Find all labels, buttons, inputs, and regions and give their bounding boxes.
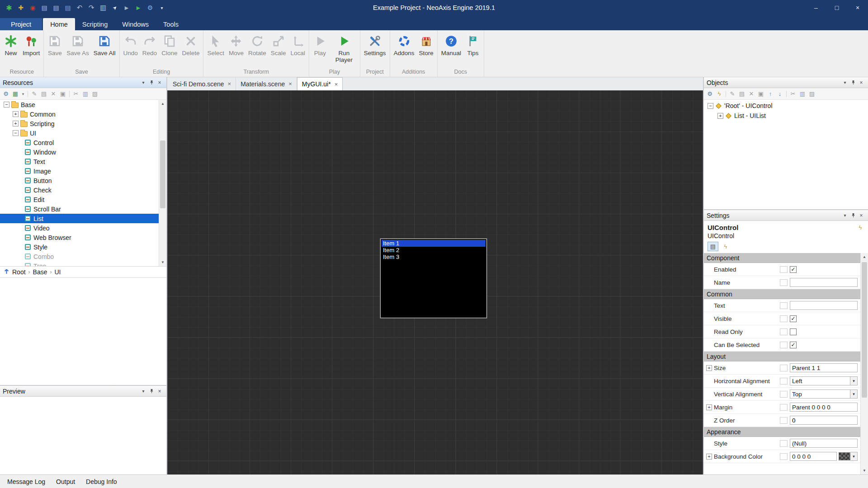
tree-item-scroll-bar[interactable]: Scroll Bar: [0, 204, 159, 214]
checkbox[interactable]: ✓: [790, 315, 797, 322]
tree-item-edit[interactable]: Edit: [0, 195, 159, 204]
property-row-read-only[interactable]: Read Only: [704, 325, 860, 338]
local-button[interactable]: Local: [288, 32, 307, 56]
vertical-alignment-value[interactable]: Top: [792, 391, 802, 398]
save-all-button[interactable]: Save All: [91, 32, 118, 56]
settings-button[interactable]: Settings: [362, 32, 388, 56]
panel-close-button[interactable]: ×: [156, 387, 164, 395]
save-button[interactable]: Save: [45, 32, 64, 56]
default-marker[interactable]: [780, 453, 788, 460]
property-row-style[interactable]: Style (Null): [704, 437, 860, 450]
pin-icon[interactable]: [147, 387, 156, 395]
tree-item-common[interactable]: + Common: [0, 109, 159, 119]
tree-item-scripting[interactable]: + Scripting: [0, 119, 159, 128]
doc-tab-materials[interactable]: Materials.scene ×: [236, 77, 297, 90]
breadcrumb-item[interactable]: Base: [33, 268, 47, 276]
tools-icon[interactable]: ⚙: [145, 2, 156, 13]
doc-tab-scifi-demo[interactable]: Sci-fi Demo.scene ×: [168, 77, 236, 90]
resources-scrollbar[interactable]: ▲ ▼: [159, 100, 166, 266]
tree-item-image[interactable]: Image: [0, 166, 159, 176]
panel-menu-button[interactable]: ▾: [841, 79, 849, 87]
category-component[interactable]: Component: [704, 253, 860, 263]
background-color-value[interactable]: 0 0 0 0: [792, 453, 811, 460]
close-icon[interactable]: ×: [228, 80, 231, 87]
panel-close-button[interactable]: ×: [857, 79, 865, 87]
resources-members-area[interactable]: [0, 278, 166, 385]
panel-menu-button[interactable]: ▾: [139, 387, 147, 395]
properties-view-icon[interactable]: ▤: [708, 242, 718, 251]
ui-editor-canvas[interactable]: Item 1 Item 2 Item 3: [167, 90, 703, 474]
tree-item-tree[interactable]: Tree: [0, 261, 159, 266]
settings-scrollbar[interactable]: ▲ ▼: [860, 253, 868, 474]
scale-button[interactable]: Scale: [269, 32, 288, 56]
delete-icon[interactable]: ✕: [49, 90, 57, 98]
ui-list-widget[interactable]: Item 1 Item 2 Item 3: [380, 239, 487, 318]
project-menu-button[interactable]: Project: [0, 18, 42, 30]
qat-more-icon[interactable]: ▾: [156, 2, 167, 13]
import-button[interactable]: Import: [20, 32, 42, 56]
tips-button[interactable]: Tips: [463, 32, 482, 56]
play-button[interactable]: Play: [311, 32, 330, 56]
move-button[interactable]: Move: [226, 32, 246, 56]
open-icon[interactable]: ▣: [59, 90, 67, 98]
import-icon[interactable]: ◉: [27, 2, 38, 13]
statusbar-message-log[interactable]: Message Log: [2, 476, 51, 488]
scroll-down-icon[interactable]: ▼: [159, 258, 166, 266]
default-marker[interactable]: [780, 404, 788, 411]
objects-tree-item-list[interactable]: + List - UIList: [704, 111, 868, 121]
delete-icon[interactable]: ✕: [747, 90, 755, 98]
run-player-icon[interactable]: ▶: [133, 2, 144, 13]
undo-button[interactable]: Undo: [121, 32, 140, 56]
tree-item-window[interactable]: Window: [0, 147, 159, 157]
edit-icon[interactable]: ✎: [728, 90, 736, 98]
property-row-name[interactable]: Name: [704, 276, 860, 289]
maximize-button[interactable]: □: [826, 0, 847, 15]
name-field[interactable]: [792, 279, 855, 286]
list-item[interactable]: Item 2: [382, 247, 486, 253]
breadcrumb-item[interactable]: Root: [12, 268, 26, 276]
scrollbar-thumb[interactable]: [862, 262, 867, 398]
type-settings-icon[interactable]: ϟ: [856, 223, 864, 231]
panel-menu-button[interactable]: ▾: [841, 211, 849, 220]
tab-home[interactable]: Home: [43, 18, 75, 30]
pin-icon[interactable]: [849, 211, 857, 220]
save-as-icon[interactable]: ▤: [51, 2, 61, 13]
default-marker[interactable]: [780, 342, 788, 348]
tree-expander[interactable]: −: [4, 102, 9, 108]
tree-item-text[interactable]: Text: [0, 157, 159, 166]
copy-icon[interactable]: ▥: [81, 90, 90, 98]
property-row-visible[interactable]: Visible ✓: [704, 312, 860, 325]
scroll-up-icon[interactable]: ▲: [861, 253, 868, 261]
checkbox[interactable]: ✓: [790, 266, 797, 273]
move-up-icon[interactable]: ↑: [766, 90, 774, 98]
scroll-up-icon[interactable]: ▲: [159, 100, 166, 108]
pin-icon[interactable]: [147, 79, 156, 87]
close-icon[interactable]: ×: [288, 80, 292, 87]
tab-windows[interactable]: Windows: [115, 18, 156, 30]
redo-button[interactable]: Redo: [140, 32, 159, 56]
tree-item-web-browser[interactable]: Web Browser: [0, 233, 159, 242]
close-icon[interactable]: ×: [335, 81, 338, 88]
options-icon[interactable]: ⚙: [2, 90, 10, 98]
list-item[interactable]: Item 3: [382, 253, 486, 260]
store-button[interactable]: Store: [416, 32, 435, 56]
tree-item-video[interactable]: Video: [0, 223, 159, 233]
save-icon[interactable]: ▤: [39, 2, 50, 13]
tree-item-ui[interactable]: − UI: [0, 128, 159, 138]
tab-tools[interactable]: Tools: [156, 18, 186, 30]
size-value[interactable]: Parent 1 1: [792, 365, 820, 371]
tree-expander[interactable]: −: [13, 130, 19, 136]
tree-item-combo[interactable]: Combo: [0, 252, 159, 261]
property-row-enabled[interactable]: Enabled ✓: [704, 263, 860, 276]
category-common[interactable]: Common: [704, 289, 860, 299]
undo-icon[interactable]: ↶: [74, 2, 85, 13]
horizontal-alignment-value[interactable]: Left: [792, 378, 802, 385]
chevron-down-icon[interactable]: ▾: [850, 452, 858, 461]
default-marker[interactable]: [780, 391, 788, 398]
property-row-can-be-selected[interactable]: Can Be Selected ✓: [704, 338, 860, 352]
default-marker[interactable]: [780, 328, 788, 335]
minimize-button[interactable]: –: [806, 0, 826, 15]
redo-icon[interactable]: ↷: [86, 2, 97, 13]
panel-close-button[interactable]: ×: [857, 211, 865, 220]
breadcrumb-item[interactable]: UI: [55, 268, 61, 276]
